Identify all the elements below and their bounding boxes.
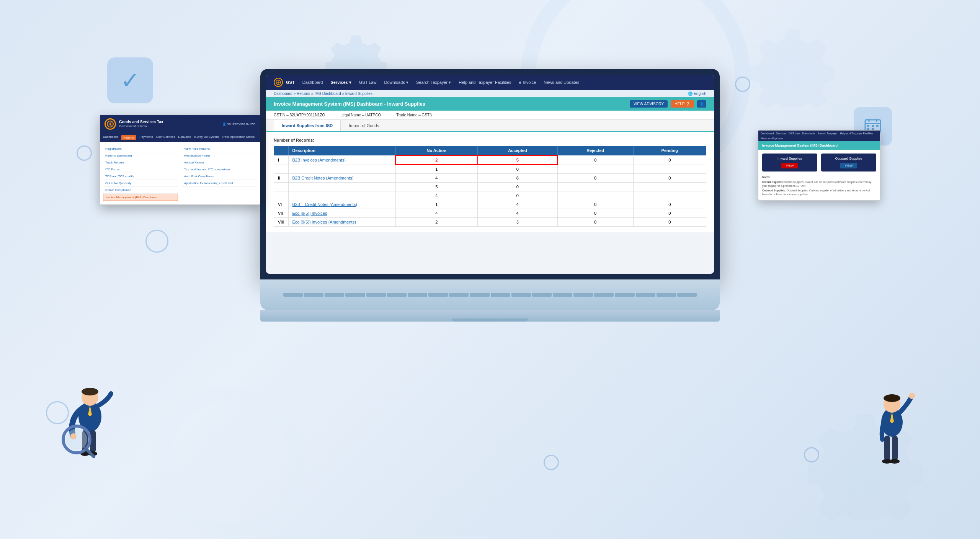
popup-nav-einvoice[interactable]: E-Invoice: [178, 135, 191, 140]
td-num: VI: [274, 200, 289, 209]
dropdown-tax-liabilities[interactable]: Tax liabilities and ITC comparison: [182, 166, 257, 173]
th-no-action: No Action: [395, 146, 478, 156]
td-label[interactable]: B2B Credit Notes (Amendments): [288, 174, 395, 183]
ims-nav-dashboard[interactable]: Dashboard: [761, 132, 774, 135]
svg-point-35: [884, 394, 900, 402]
td-no-action: 4: [395, 191, 478, 200]
outward-supplies-label: Outward Supplies: [824, 157, 873, 160]
td-no-action: 4: [395, 174, 478, 183]
outward-view-button[interactable]: VIEW: [840, 163, 857, 168]
table-row: II B2B Credit Notes (Amendments) 4 8 0 0: [274, 174, 706, 183]
dropdown-section: Registration Returns Dashboard Track Ret…: [100, 144, 260, 203]
dropdown-rectification[interactable]: Rectification Forms: [182, 152, 257, 159]
th-num: [274, 146, 289, 156]
dropdown-opt-quarterly[interactable]: Opt in for Quarterly: [103, 180, 178, 187]
ims-small-title: Invoice Management System (IMS) Dashboar…: [762, 144, 876, 147]
dropdown-retain-compliance[interactable]: Retain Compliance: [103, 187, 178, 194]
number-of-records: Number of Records:: [274, 138, 706, 142]
svg-point-23: [82, 388, 98, 395]
nav-einvoice[interactable]: e-Invoice: [519, 80, 536, 85]
ims-nav-downloads[interactable]: Downloads: [802, 132, 815, 135]
popup-nav-payments[interactable]: Payments: [139, 135, 153, 140]
dropdown-view-filed[interactable]: View Filed Returns: [182, 145, 257, 152]
deco-circle-6: [544, 455, 559, 470]
th-accepted: Accepted: [478, 146, 558, 156]
svg-rect-8: [872, 125, 874, 127]
ims-nav-gst-law[interactable]: GST Law: [789, 132, 800, 135]
dropdown-credit-limit[interactable]: Application for increasing credit limit: [182, 180, 257, 187]
ims-nav-search[interactable]: Search Taxpayer: [818, 132, 838, 135]
dropdown-returns-dashboard[interactable]: Returns Dashboard: [103, 152, 178, 159]
ims-small-popup: Dashboard Services GST Law Downloads Sea…: [758, 130, 880, 201]
ims-notes: Notes: Inward Supplies: Inward Supplies:…: [762, 175, 876, 196]
gst-nav-bar: GST Dashboard Services ▾ GST Law Downloa…: [266, 75, 714, 90]
td-pending: 0: [633, 209, 706, 218]
td-accepted: 0: [478, 183, 558, 191]
dropdown-itc-forms[interactable]: ITC Forms: [103, 166, 178, 173]
nav-dashboard[interactable]: Dashboard: [302, 80, 323, 85]
popup-user-info: 👤 32UATPY9011N1ZO: [222, 122, 255, 126]
dropdown-registration[interactable]: Registration: [103, 145, 178, 152]
dropdown-auto-risk[interactable]: Auto Risk Compliance: [182, 173, 257, 180]
td-pending: [633, 183, 706, 191]
nav-gst-law[interactable]: GST Law: [359, 80, 377, 85]
inward-view-button[interactable]: VIEW: [781, 163, 798, 168]
td-rejected: 0: [557, 218, 633, 227]
view-advisory-button[interactable]: VIEW ADVISORY: [630, 100, 668, 108]
td-pending: 0: [633, 155, 706, 165]
laptop-base: [260, 310, 720, 322]
nav-services[interactable]: Services ▾: [330, 80, 351, 85]
nav-help[interactable]: Help and Taxpayer Facilities: [459, 80, 511, 85]
help-button[interactable]: HELP ❔: [671, 100, 694, 108]
nav-downloads[interactable]: Downloads ▾: [384, 80, 408, 85]
ims-nav-help[interactable]: Help and Taxpayer Facilities: [840, 132, 873, 135]
popup-nav-dashboard[interactable]: Dashboard: [103, 135, 118, 140]
td-accepted: 0: [478, 165, 558, 174]
popup-nav-user-services[interactable]: User Services: [156, 135, 175, 140]
trade-name-label: Trade Name – GSTN: [396, 113, 432, 117]
svg-point-32: [70, 433, 77, 439]
nav-news[interactable]: News and Updates: [544, 80, 579, 85]
laptop-keyboard: [260, 279, 720, 310]
td-label: [288, 165, 395, 174]
person-right-illustration: [861, 351, 923, 485]
td-accepted: 8: [478, 174, 558, 183]
tab-import-goods[interactable]: Import of Goods: [341, 120, 387, 131]
deco-circle-1: [77, 145, 92, 161]
tab-inward-isd[interactable]: Inward Supplies from ISD: [274, 120, 341, 131]
table-row: VI B2B – Credit Notes (Amendments) 1 4 0…: [274, 200, 706, 209]
th-rejected: Rejected: [557, 146, 633, 156]
nav-search[interactable]: Search Taxpayer ▾: [416, 80, 451, 85]
td-label[interactable]: B2B – Credit Notes (Amendments): [288, 200, 395, 209]
td-num: I: [274, 155, 289, 165]
dropdown-track-returns[interactable]: Track Returns: [103, 159, 178, 166]
ims-nav-services[interactable]: Services: [776, 132, 786, 135]
popup-nav-eway[interactable]: e-Way Bill System: [194, 135, 219, 140]
td-label[interactable]: B2B Invoices (Amendments): [288, 155, 395, 165]
td-accepted: 4: [478, 209, 558, 218]
popup-nav-returns[interactable]: Returns: [121, 135, 136, 140]
deco-circle-2: [145, 230, 168, 253]
td-label: [288, 191, 395, 200]
dropdown-annual-return[interactable]: Annual Return: [182, 159, 257, 166]
popup-nav-track[interactable]: Track Application Status: [222, 135, 255, 140]
popup-logo: Goods and Services Tax Government of Ind…: [105, 118, 163, 130]
person-left-illustration: [57, 340, 134, 485]
records-table: Description No Action Accepted Rejected …: [274, 145, 706, 227]
outward-note: Outward Supplies: Outward Supplies: Outw…: [762, 189, 876, 196]
dropdown-ims-dashboard[interactable]: Invoice Management (IMS) Dashboard: [103, 194, 178, 201]
gstin-label: GSTIN – 32UATPY9011N1ZO: [274, 113, 325, 117]
table-row: 5 0: [274, 183, 706, 191]
ims-title: Invoice Management System (IMS) Dashboar…: [274, 101, 425, 107]
inward-note: Inward Supplies: Inward Supplies: Inward…: [762, 180, 876, 188]
td-label[interactable]: Eco [9(5)] Invoices: [288, 209, 395, 218]
td-label[interactable]: Eco [9(5)] Invoices (Amendments): [288, 218, 395, 227]
td-accepted: 4: [478, 200, 558, 209]
user-icon[interactable]: 👤: [697, 100, 706, 108]
td-rejected: [557, 183, 633, 191]
dropdown-tds-tcs[interactable]: TDS and TCS credits: [103, 173, 178, 180]
laptop-screen: GST Dashboard Services ▾ GST Law Downloa…: [266, 75, 714, 274]
checkmark-decoration: ✓: [107, 57, 153, 103]
ims-nav-news[interactable]: News and Updates: [761, 137, 783, 140]
table-row: 4 0: [274, 191, 706, 200]
